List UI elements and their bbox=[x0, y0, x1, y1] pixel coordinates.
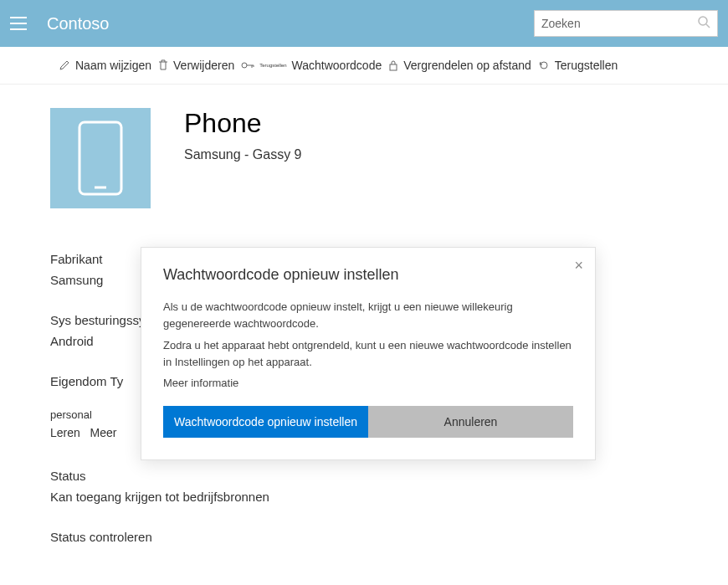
lock-icon bbox=[388, 59, 398, 71]
svg-point-1 bbox=[242, 63, 247, 68]
search-input[interactable] bbox=[541, 17, 697, 30]
cancel-button[interactable]: Annuleren bbox=[368, 406, 573, 438]
device-toolbar: Naam wijzigen Verwijderen Terugstellen W… bbox=[0, 47, 728, 85]
trash-icon bbox=[158, 59, 168, 71]
delete-button[interactable]: Verwijderen bbox=[158, 59, 234, 72]
device-subtitle: Samsung - Gassy 9 bbox=[184, 147, 302, 162]
learn-link[interactable]: Leren bbox=[50, 426, 80, 439]
reset-button[interactable]: Terugstellen bbox=[538, 59, 618, 72]
more-link[interactable]: Meer bbox=[90, 426, 116, 439]
app-title: Contoso bbox=[47, 14, 534, 33]
confirm-button[interactable]: Wachtwoordcode opnieuw instellen bbox=[163, 406, 368, 438]
status-value: Kan toegang krijgen tot bedrijfsbronnen bbox=[50, 488, 678, 507]
status-label: Status bbox=[50, 467, 678, 486]
reset-passcode-dialog: × Wachtwoordcode opnieuw instellen Als u… bbox=[141, 247, 596, 460]
reset-label: Terugstellen bbox=[555, 59, 618, 72]
dialog-title: Wachtwoordcode opnieuw instellen bbox=[163, 266, 573, 284]
dialog-body-2: Zodra u het apparaat hebt ontgrendeld, k… bbox=[163, 337, 573, 371]
close-icon[interactable]: × bbox=[574, 258, 583, 273]
remote-lock-button[interactable]: Vergrendelen op afstand bbox=[388, 59, 531, 72]
hamburger-icon[interactable] bbox=[10, 17, 27, 30]
passcode-label: Wachtwoordcode bbox=[292, 59, 382, 72]
key-icon bbox=[241, 59, 254, 71]
device-title: Phone bbox=[184, 108, 302, 139]
reset-tiny-label: Terugstellen bbox=[259, 63, 286, 68]
app-header: Contoso bbox=[0, 0, 728, 47]
device-tile bbox=[50, 108, 151, 208]
search-box[interactable] bbox=[534, 10, 718, 37]
device-header: Phone Samsung - Gassy 9 bbox=[50, 108, 678, 208]
reset-icon bbox=[538, 59, 550, 71]
ownership-label: Eigendom Ty bbox=[50, 374, 123, 388]
remote-lock-label: Vergrendelen op afstand bbox=[403, 59, 531, 72]
pencil-icon bbox=[59, 59, 70, 71]
search-icon[interactable] bbox=[697, 15, 710, 32]
more-info-link[interactable]: Meer informatie bbox=[163, 377, 573, 389]
svg-rect-3 bbox=[79, 122, 121, 194]
delete-label: Verwijderen bbox=[173, 59, 234, 72]
rename-button[interactable]: Naam wijzigen bbox=[59, 59, 151, 72]
phone-icon bbox=[78, 121, 123, 196]
svg-point-0 bbox=[699, 17, 707, 25]
check-status-link[interactable]: Status controleren bbox=[50, 528, 678, 547]
dialog-buttons: Wachtwoordcode opnieuw instellen Annuler… bbox=[163, 406, 573, 438]
dialog-body-1: Als u de wachtwoordcode opnieuw instelt,… bbox=[163, 299, 573, 332]
passcode-button[interactable]: Terugstellen Wachtwoordcode bbox=[241, 59, 382, 72]
svg-rect-2 bbox=[390, 64, 397, 70]
rename-label: Naam wijzigen bbox=[75, 59, 151, 72]
